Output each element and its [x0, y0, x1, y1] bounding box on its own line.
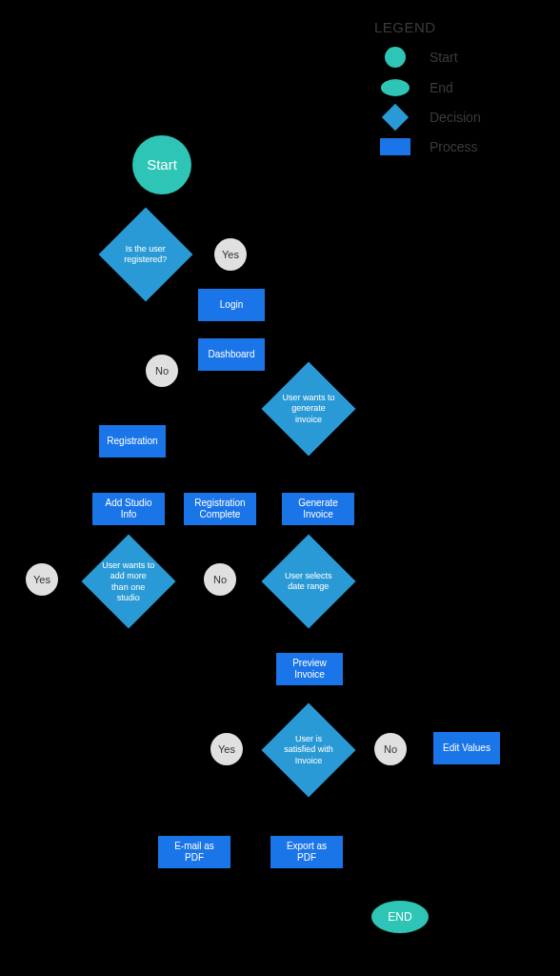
legend-row-start: Start: [374, 47, 536, 68]
process-icon: [374, 138, 416, 155]
process-label: Login: [214, 299, 249, 312]
start-label: Start: [141, 156, 183, 174]
end-node: END: [371, 901, 429, 933]
decision-generate-invoice: User wants to generate invoice: [262, 362, 356, 457]
decision-more-studio: User wants to add more than one studio: [82, 535, 176, 629]
process-edit-values: Edit Values: [433, 732, 500, 764]
decision-date-range: User selects date range: [262, 535, 356, 629]
yes-badge: Yes: [26, 563, 58, 596]
legend-label: End: [430, 80, 453, 95]
decision-icon: [374, 108, 416, 127]
legend-title: LEGEND: [374, 19, 536, 35]
process-label: Generate Invoice: [282, 498, 354, 521]
process-add-studio: Add Studio Info: [92, 493, 165, 525]
end-label: END: [382, 910, 417, 925]
process-registration: Registration: [99, 425, 166, 458]
process-label: Registration: [101, 436, 163, 448]
decision-label: User is satisfied with Invoice: [275, 734, 342, 766]
process-email-pdf: E-mail as PDF: [158, 836, 230, 868]
process-label: Dashboard: [203, 349, 261, 361]
decision-satisfied: User is satisfied with Invoice: [262, 703, 356, 798]
yes-badge: Yes: [210, 733, 243, 765]
decision-label: User wants to add more than one studio: [95, 560, 162, 603]
legend-row-decision: Decision: [374, 108, 536, 127]
legend-label: Process: [430, 139, 478, 154]
process-export-pdf: Export as PDF: [270, 836, 343, 868]
decision-label: User selects date range: [275, 571, 342, 593]
process-label: Add Studio Info: [92, 498, 165, 521]
end-icon: [374, 79, 416, 96]
process-label: Edit Values: [437, 742, 496, 755]
yes-badge: Yes: [214, 238, 247, 271]
legend-row-end: End: [374, 79, 536, 96]
process-label: Preview Invoice: [276, 658, 343, 681]
no-badge: No: [374, 733, 407, 765]
legend-label: Decision: [430, 110, 481, 125]
no-badge: No: [146, 355, 178, 387]
legend: LEGEND Start End Decision Process: [374, 19, 536, 167]
process-label: Export as PDF: [270, 841, 343, 864]
legend-label: Start: [430, 50, 458, 65]
no-badge: No: [204, 563, 236, 596]
process-preview-invoice: Preview Invoice: [276, 653, 343, 685]
decision-label: Is the user registered?: [112, 244, 179, 266]
flowchart-canvas: { "legend": { "title": "LEGEND", "items"…: [0, 0, 560, 976]
process-dashboard: Dashboard: [198, 338, 265, 371]
start-node: Start: [132, 135, 191, 194]
decision-is-registered: Is the user registered?: [99, 208, 193, 302]
process-label: Registration Complete: [184, 498, 256, 521]
legend-row-process: Process: [374, 138, 536, 155]
process-registration-complete: Registration Complete: [184, 493, 256, 525]
process-label: E-mail as PDF: [158, 841, 230, 864]
process-login: Login: [198, 289, 265, 321]
start-icon: [374, 47, 416, 68]
process-generate-invoice: Generate Invoice: [282, 493, 354, 525]
decision-label: User wants to generate invoice: [275, 393, 342, 425]
